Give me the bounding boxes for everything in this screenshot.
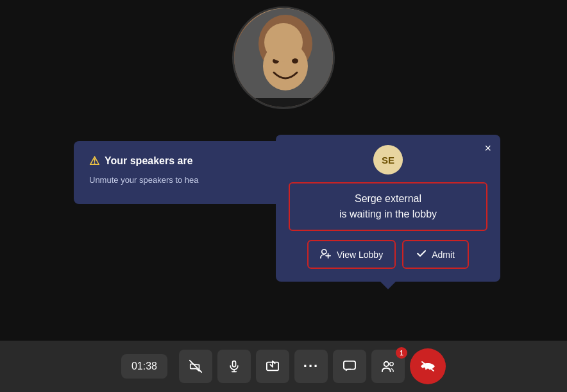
face-svg: [234, 8, 335, 109]
end-call-button[interactable]: [410, 348, 446, 384]
lobby-avatar-initials: SE: [382, 155, 394, 166]
microphone-icon: [228, 359, 241, 373]
view-lobby-icon: [320, 248, 332, 261]
svg-rect-14: [344, 361, 355, 370]
people-add-icon: [320, 248, 332, 259]
lobby-message-text: Serge external is waiting in the lobby: [300, 191, 476, 222]
svg-rect-9: [233, 361, 236, 367]
end-call-icon: [419, 359, 436, 373]
svg-point-3: [273, 58, 279, 64]
speakers-title: ⚠ Your speakers are: [89, 154, 270, 168]
admit-icon: [416, 248, 427, 260]
lobby-message-line1: Serge external: [355, 193, 421, 204]
microphone-button[interactable]: [217, 350, 251, 383]
close-button[interactable]: ×: [484, 142, 491, 154]
svg-point-6: [322, 250, 326, 254]
participants-button[interactable]: 1: [371, 350, 405, 383]
lobby-message-box: Serge external is waiting in the lobby: [289, 182, 487, 231]
more-options-dots: ···: [303, 358, 319, 375]
share-screen-icon: [266, 360, 280, 373]
chat-button[interactable]: [333, 350, 366, 383]
svg-point-4: [292, 58, 298, 64]
svg-point-2: [263, 42, 308, 90]
lobby-notification-card: × SE Serge external is waiting in the lo…: [276, 135, 500, 282]
view-lobby-button[interactable]: View Lobby: [307, 240, 396, 269]
participants-icon: [381, 360, 395, 373]
warning-icon: ⚠: [89, 154, 99, 168]
svg-rect-5: [253, 98, 317, 109]
speakers-title-text: Your speakers are: [105, 155, 193, 167]
participant-avatar: [232, 6, 335, 109]
timer-display: 01:38: [121, 354, 167, 379]
view-lobby-label: View Lobby: [337, 250, 383, 260]
share-screen-button[interactable]: [256, 350, 289, 383]
participant-face: [234, 8, 333, 107]
svg-point-0: [234, 8, 335, 109]
speakers-body: Unmute your speakers to hea: [89, 175, 270, 186]
speakers-card: ⚠ Your speakers are Unmute your speakers…: [74, 141, 285, 204]
svg-point-15: [384, 362, 389, 366]
more-options-button[interactable]: ···: [294, 350, 328, 383]
video-area: ⚠ Your speakers are Unmute your speakers…: [0, 0, 567, 392]
video-off-icon: [189, 359, 203, 373]
admit-label: Admit: [432, 250, 455, 260]
lobby-message-line2: is waiting in the lobby: [339, 209, 437, 219]
chat-icon: [343, 360, 357, 373]
svg-point-16: [390, 362, 393, 366]
lobby-actions: View Lobby Admit: [289, 240, 487, 269]
lobby-user-avatar: SE: [373, 145, 403, 175]
admit-button[interactable]: Admit: [402, 240, 469, 269]
video-toggle-button[interactable]: [179, 350, 212, 383]
participants-badge: 1: [396, 347, 407, 359]
toolbar: 01:38 ···: [0, 341, 567, 392]
